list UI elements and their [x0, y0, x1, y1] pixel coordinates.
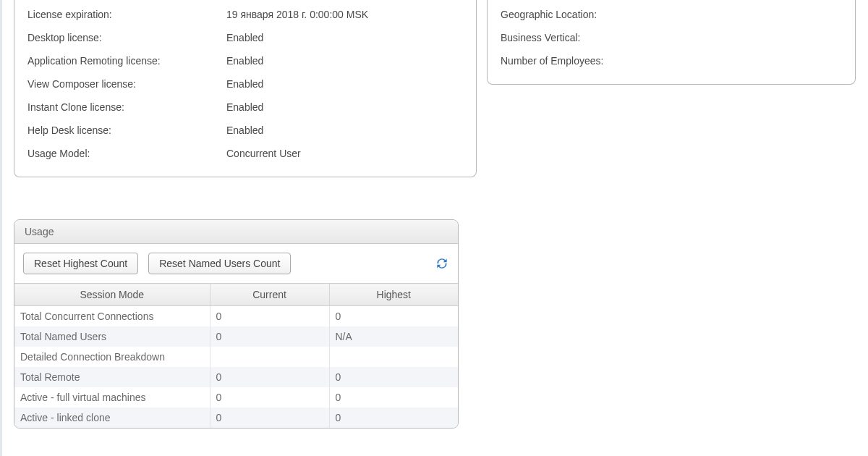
license-label: License expiration: [27, 9, 226, 20]
col-session-mode[interactable]: Session Mode [14, 284, 210, 306]
license-value: 19 января 2018 г. 0:00:00 MSK [226, 9, 368, 20]
license-value: Enabled [226, 32, 263, 43]
license-row: Desktop license: Enabled [27, 26, 463, 49]
table-row: Active - linked clone 0 0 [14, 408, 458, 428]
license-row: Instant Clone license: Enabled [27, 96, 463, 119]
cell-current: 0 [210, 408, 329, 428]
usage-toolbar: Reset Highest Count Reset Named Users Co… [14, 244, 458, 283]
customer-label: Geographic Location: [501, 9, 597, 20]
license-value: Concurrent User [226, 148, 301, 159]
license-row: View Composer license: Enabled [27, 72, 463, 96]
license-value: Enabled [226, 124, 263, 136]
cell-highest: 0 [329, 408, 458, 428]
usage-table: Session Mode Current Highest Total Concu… [14, 283, 458, 428]
usage-panel: Usage Reset Highest Count Reset Named Us… [14, 219, 459, 428]
cell-highest: 0 [329, 367, 458, 387]
cell-current: 0 [210, 306, 329, 327]
customer-label: Business Vertical: [501, 32, 581, 43]
cell-current: 0 [210, 387, 329, 408]
customer-panel: Geographic Location: Business Vertical: … [487, 0, 856, 85]
reset-named-users-count-button[interactable]: Reset Named Users Count [148, 253, 291, 274]
cell-mode: Total Remote [14, 367, 210, 387]
license-label: Instant Clone license: [27, 101, 226, 113]
cell-current: 0 [210, 367, 329, 387]
customer-row: Number of Employees: [501, 49, 842, 72]
cell-mode: Detailed Connection Breakdown [14, 347, 210, 367]
license-label: Help Desk license: [27, 124, 226, 136]
cell-highest: 0 [329, 387, 458, 408]
cell-mode: Total Named Users [14, 326, 210, 347]
table-row: Total Remote 0 0 [14, 367, 458, 387]
table-row: Active - full virtual machines 0 0 [14, 387, 458, 408]
table-row: Total Named Users 0 N/A [14, 326, 458, 347]
license-row: Help Desk license: Enabled [27, 119, 463, 142]
cell-highest: N/A [329, 326, 458, 347]
cell-current [210, 347, 329, 367]
table-row: Total Concurrent Connections 0 0 [14, 306, 458, 327]
license-label: Application Remoting license: [27, 55, 226, 67]
license-row: Application Remoting license: Enabled [27, 49, 463, 72]
license-row: Usage Model: Concurrent User [27, 142, 463, 165]
cell-mode: Total Concurrent Connections [14, 306, 210, 327]
license-value: Enabled [226, 55, 263, 67]
usage-panel-title: Usage [14, 220, 458, 244]
customer-row: Geographic Location: [501, 3, 842, 26]
cell-mode: Active - full virtual machines [14, 387, 210, 408]
license-panel: License expiration: 19 января 2018 г. 0:… [14, 0, 477, 177]
table-row: Detailed Connection Breakdown [14, 347, 458, 367]
col-highest[interactable]: Highest [329, 284, 458, 306]
col-current[interactable]: Current [210, 284, 329, 306]
customer-label: Number of Employees: [501, 55, 603, 67]
license-label: Desktop license: [27, 32, 226, 43]
license-label: Usage Model: [27, 148, 226, 159]
license-value: Enabled [226, 101, 263, 113]
license-row: License expiration: 19 января 2018 г. 0:… [27, 3, 463, 26]
refresh-icon[interactable] [435, 256, 449, 271]
license-value: Enabled [226, 78, 263, 90]
reset-highest-count-button[interactable]: Reset Highest Count [23, 253, 138, 274]
cell-current: 0 [210, 326, 329, 347]
usage-table-header: Session Mode Current Highest [14, 284, 458, 306]
cell-highest [329, 347, 458, 367]
cell-mode: Active - linked clone [14, 408, 210, 428]
cell-highest: 0 [329, 306, 458, 327]
customer-row: Business Vertical: [501, 26, 842, 49]
license-label: View Composer license: [27, 78, 226, 90]
